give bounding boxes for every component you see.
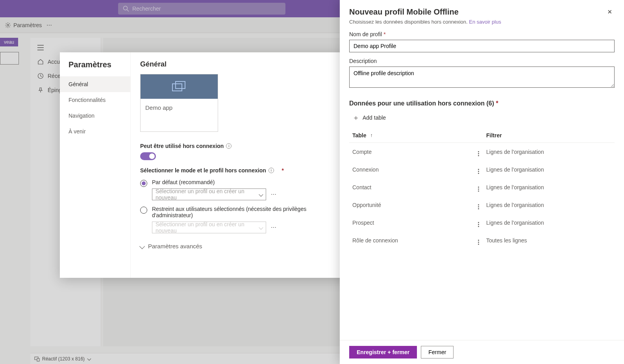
add-table-button[interactable]: ＋ Add table <box>349 112 389 124</box>
offline-toggle[interactable] <box>140 152 156 160</box>
content-title: Général <box>140 60 346 68</box>
table-row[interactable]: Contact Lignes de l'organisation <box>349 178 615 196</box>
chevron-down-icon <box>139 243 145 249</box>
radio-default[interactable] <box>140 180 147 187</box>
profile-name-label: Nom de profil * <box>349 31 615 37</box>
col-table-header[interactable]: Table ↑ <box>352 132 470 139</box>
data-section-title: Données pour une utilisation hors connex… <box>349 100 494 107</box>
description-label: Description <box>349 58 615 64</box>
settings-sidebar: Paramètres Général Fonctionnalités Navig… <box>60 52 131 278</box>
profile-select-restricted: Sélectionner un profil ou en créer un no… <box>152 222 266 233</box>
tab-features[interactable]: Fonctionnalités <box>60 92 130 108</box>
mode-default-row: Par défaut (recommandé) Sélectionner un … <box>140 179 346 200</box>
svg-rect-10 <box>176 81 185 89</box>
settings-title: Paramètres <box>60 52 130 76</box>
learn-more-link[interactable]: En savoir plus <box>469 19 501 25</box>
save-close-button[interactable]: Enregistrer + fermer <box>349 346 417 358</box>
offline-toggle-label: Peut être utilisé hors connexion <box>140 143 224 149</box>
tables-grid: Table ↑ Filtrer Compte Lignes de l'organ… <box>349 128 615 249</box>
sort-asc-icon: ↑ <box>370 133 373 138</box>
app-card-header <box>141 74 218 99</box>
mode-restricted-row: Restreint aux utilisateurs sélectionnés … <box>140 206 346 233</box>
tab-general[interactable]: Général <box>60 76 130 92</box>
offline-profile-panel: Nouveau profil Mobile Offline ✕ Choisiss… <box>340 0 624 364</box>
more-icon[interactable]: ⋯ <box>269 190 278 199</box>
settings-content: Général Demo app Peut être utilisé hors … <box>131 52 355 278</box>
description-input[interactable]: Offline profile description <box>349 67 615 88</box>
radio-restricted[interactable] <box>140 207 147 214</box>
row-menu[interactable] <box>470 183 486 192</box>
table-row[interactable]: Rôle de connexion Toutes les lignes <box>349 231 615 249</box>
row-menu[interactable] <box>470 200 486 209</box>
mode-default-label: Par défaut (recommandé) <box>152 179 346 185</box>
row-menu[interactable] <box>470 236 486 245</box>
info-icon[interactable]: i <box>268 168 274 173</box>
more-icon[interactable]: ⋯ <box>269 223 278 232</box>
row-menu[interactable] <box>470 147 486 156</box>
row-menu[interactable] <box>470 165 486 174</box>
table-row[interactable]: Connexion Lignes de l'organisation <box>349 161 615 178</box>
windows-icon <box>172 81 186 92</box>
profile-select-default[interactable]: Sélectionner un profil ou en créer un no… <box>152 188 266 200</box>
table-row[interactable]: Opportunité Lignes de l'organisation <box>349 196 615 214</box>
plus-icon: ＋ <box>352 114 359 121</box>
app-name: Demo app <box>145 104 213 111</box>
panel-subtitle: Choisissez les données disponibles hors … <box>349 19 469 25</box>
app-card[interactable]: Demo app <box>140 74 218 132</box>
row-menu[interactable] <box>470 218 486 227</box>
tab-upcoming[interactable]: À venir <box>60 124 130 139</box>
panel-title: Nouveau profil Mobile Offline <box>349 7 459 17</box>
mode-restricted-label: Restreint aux utilisateurs sélectionnés … <box>152 206 346 218</box>
settings-dialog: Paramètres Général Fonctionnalités Navig… <box>60 52 355 278</box>
svg-rect-9 <box>172 84 182 91</box>
info-icon[interactable]: i <box>226 143 231 149</box>
advanced-toggle[interactable]: Paramètres avancés <box>140 243 346 249</box>
tab-navigation[interactable]: Navigation <box>60 108 130 124</box>
table-row[interactable]: Prospect Lignes de l'organisation <box>349 214 615 231</box>
close-button[interactable]: ✕ <box>605 6 615 17</box>
profile-name-input[interactable] <box>349 40 615 52</box>
required-mark: * <box>282 167 284 174</box>
col-filter-header[interactable]: Filtrer <box>486 132 611 139</box>
cancel-button[interactable]: Fermer <box>421 346 454 358</box>
table-row[interactable]: Compte Lignes de l'organisation <box>349 143 615 161</box>
mode-label: Sélectionner le mode et le profil hors c… <box>140 167 266 174</box>
